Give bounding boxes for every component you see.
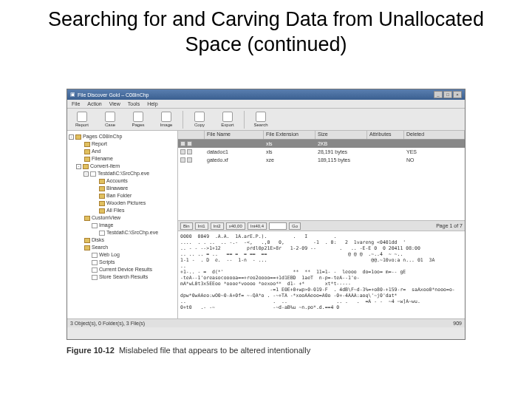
menu-view[interactable]: View	[109, 101, 120, 106]
tool-report[interactable]: Report	[70, 112, 94, 127]
tool-pages[interactable]: Pages	[126, 112, 150, 127]
tree-item[interactable]: Search	[69, 244, 176, 251]
pages-icon	[133, 112, 143, 122]
file-icon	[92, 260, 98, 265]
row-icons	[178, 141, 205, 146]
tool-image[interactable]: Image	[154, 112, 178, 127]
folder-icon	[84, 216, 90, 221]
tool-copy[interactable]: Copy	[188, 112, 211, 127]
tree-panel[interactable]: -Pages C08InChp ReportAndFilename-Conver…	[67, 131, 178, 318]
col-attr[interactable]: Attributes	[367, 131, 404, 139]
row-icons	[178, 157, 205, 163]
tree-item[interactable]: -Testdat\C:\SrcChp.eve	[69, 170, 176, 177]
tool-export[interactable]: Export	[216, 112, 239, 127]
cell-size: 189,115 bytes	[316, 157, 367, 163]
row-icons	[178, 149, 205, 154]
file-icon	[92, 253, 98, 258]
table-row[interactable]: datadoc1xls28,191 bytesYES	[178, 148, 465, 156]
table-row[interactable]: xls2KB	[178, 140, 465, 148]
expand-icon[interactable]: -	[76, 164, 81, 169]
hex-btn-x40[interactable]: x40,00	[226, 222, 245, 230]
expand-icon[interactable]: -	[83, 171, 89, 177]
tree-item[interactable]: And	[69, 148, 176, 155]
table-row[interactable]: gatedo.xfxze189,115 bytesNO	[178, 156, 465, 164]
menu-help[interactable]: Help	[147, 101, 157, 106]
tree-label: All Files	[106, 207, 125, 214]
copy-icon	[194, 112, 205, 122]
close-button[interactable]: ×	[453, 91, 462, 98]
file-icon	[92, 275, 98, 280]
hex-btn-int1[interactable]: Int1	[195, 222, 208, 230]
tree-item[interactable]: Current Device Results	[69, 266, 176, 273]
menu-tools[interactable]: Tools	[128, 101, 140, 106]
tree-label: Store Search Results	[99, 273, 148, 281]
col-filename[interactable]: File Name	[205, 131, 264, 139]
col-ext[interactable]: File Extension	[264, 131, 316, 139]
tree-item[interactable]: Wooden Pictures	[69, 200, 176, 207]
cell-size: 2KB	[316, 141, 367, 146]
tree-label: Filename	[92, 155, 113, 163]
figure-caption: Figure 10-12 Mislabeled file that appear…	[66, 346, 310, 355]
hex-offset-field[interactable]	[269, 222, 287, 230]
folder-icon	[83, 164, 89, 169]
tree-item[interactable]: Filename	[69, 155, 176, 163]
tree-item[interactable]: Report	[69, 140, 176, 148]
cell-name: gatedo.xf	[205, 157, 264, 163]
tool-search[interactable]: Search	[249, 112, 273, 127]
tree-label: CustomView	[92, 214, 120, 222]
file-icon	[99, 231, 105, 236]
tree-item[interactable]: All Files	[69, 207, 176, 214]
hex-btn-int2[interactable]: Int2	[211, 222, 224, 230]
tree-label: Search	[92, 244, 108, 251]
app-window: ▣ File Discover Gold – C08InChp _ □ × Fi…	[66, 89, 466, 340]
hex-btn-int40[interactable]: Int40,4	[248, 222, 267, 230]
tree-label: Current Device Results	[99, 266, 152, 273]
col-deleted[interactable]: Deleted	[404, 131, 465, 139]
folder-icon	[84, 245, 90, 250]
tree-item[interactable]: Ban Folder	[69, 192, 176, 200]
menu-action[interactable]: Action	[87, 101, 101, 106]
tree-label: Ban Folder	[106, 192, 132, 200]
tree-item[interactable]: Scripts	[69, 259, 176, 266]
slide-title: Searching for and Carving Data from Unal…	[0, 0, 532, 62]
tool-case[interactable]: Case	[98, 112, 122, 127]
tree-item[interactable]: -Convert-item	[69, 163, 176, 170]
maximize-button[interactable]: □	[443, 91, 452, 98]
search-icon	[256, 112, 266, 122]
tree-root[interactable]: Pages C08InChp	[83, 133, 122, 140]
list-header: File Name File Extension Size Attributes…	[178, 131, 465, 140]
tree-item[interactable]: Disks	[69, 236, 176, 244]
minimize-button[interactable]: _	[434, 91, 443, 98]
menu-file[interactable]: File	[72, 101, 80, 106]
col-size[interactable]: Size	[316, 131, 367, 139]
folder-icon	[99, 208, 105, 214]
hex-go-button[interactable]: Go	[289, 222, 301, 230]
cell-size: 28,191 bytes	[316, 149, 367, 154]
folder-icon	[99, 194, 105, 199]
tree-item[interactable]: Binaware	[69, 185, 176, 192]
folder-icon	[84, 238, 90, 243]
tree-item[interactable]: Web Log	[69, 251, 176, 259]
tree-item[interactable]: Accounts	[69, 177, 176, 185]
file-list[interactable]: xls2KBdatadoc1xls28,191 bytesYESgatedo.x…	[178, 140, 465, 221]
window-title: File Discover Gold – C08InChp	[78, 92, 149, 98]
hex-btn-bin[interactable]: Bin	[180, 222, 193, 230]
titlebar: ▣ File Discover Gold – C08InChp _ □ ×	[67, 89, 465, 100]
tree-item[interactable]: Testdat\C:\SrcChp.eve	[69, 229, 176, 236]
file-icon	[92, 223, 98, 228]
folder-icon	[75, 134, 81, 140]
hex-toolbar: Bin Int1 Int2 x40,00 Int40,4 Go Page 1 o…	[178, 221, 465, 231]
expand-icon[interactable]: -	[69, 134, 74, 140]
menubar: File Action View Tools Help	[67, 100, 465, 109]
folder-icon	[84, 157, 90, 162]
file-icon	[92, 267, 98, 273]
toolbar: Report Case Pages Image Copy Export Sear…	[67, 109, 465, 131]
tree-label: Testdat\C:\SrcChp.eve	[106, 229, 158, 236]
tree-item[interactable]: CustomView	[69, 214, 176, 222]
col-icon[interactable]	[178, 131, 205, 139]
hex-view[interactable]: 0000 0049 .A.A. 1A.arE.P.). . I . .... .…	[178, 231, 465, 318]
report-icon	[77, 112, 87, 122]
tree-item[interactable]: Image	[69, 222, 176, 229]
tree-item[interactable]: Store Search Results	[69, 273, 176, 281]
tree-label: Convert-item	[90, 163, 120, 170]
